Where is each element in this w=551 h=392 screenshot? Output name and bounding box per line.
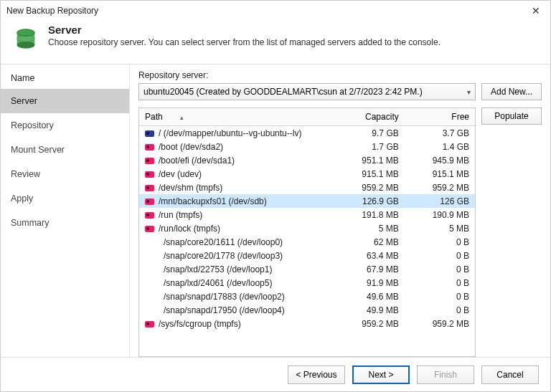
table-row[interactable]: /boot (/dev/sda2)1.7 GB1.4 GB bbox=[139, 140, 475, 153]
cell-path: /boot/efi (/dev/sda1) bbox=[139, 153, 334, 167]
table-row[interactable]: /mnt/backupxfs01 (/dev/sdb)126.9 GB126 G… bbox=[139, 194, 475, 208]
cell-path: /mnt/backupxfs01 (/dev/sdb) bbox=[139, 194, 334, 208]
cell-free: 190.9 MB bbox=[405, 208, 475, 221]
grid-header-row: Path▴ Capacity Free bbox=[139, 108, 475, 126]
cell-free: 0 B bbox=[405, 303, 475, 317]
next-button[interactable]: Next > bbox=[352, 365, 410, 384]
col-capacity[interactable]: Capacity bbox=[334, 108, 404, 126]
cell-capacity: 49.6 MB bbox=[334, 290, 404, 303]
window-title: New Backup Repository bbox=[6, 6, 527, 16]
table-row[interactable]: /dev (udev)915.1 MB915.1 MB bbox=[139, 167, 475, 181]
sidebar-item-mount-server[interactable]: Mount Server bbox=[1, 138, 129, 162]
cell-path: / (/dev/mapper/ubuntu--vg-ubuntu--lv) bbox=[139, 126, 334, 140]
page-title: Server bbox=[48, 24, 441, 36]
cell-free: 959.2 MB bbox=[405, 317, 475, 330]
cell-free: 0 B bbox=[405, 262, 475, 276]
cell-path: /dev/shm (tmpfs) bbox=[139, 181, 334, 194]
sidebar-item-server[interactable]: Server bbox=[1, 89, 129, 113]
cell-path: /run (tmpfs) bbox=[139, 208, 334, 221]
cell-free: 915.1 MB bbox=[405, 167, 475, 181]
wizard-steps-sidebar: Name ServerRepositoryMount ServerReviewA… bbox=[1, 64, 130, 357]
cell-free: 0 B bbox=[405, 235, 475, 249]
cell-path: /snap/snapd/17883 (/dev/loop2) bbox=[139, 290, 334, 303]
disk-icon bbox=[145, 171, 154, 178]
wizard-header-text: Server Choose repository server. You can… bbox=[48, 24, 441, 47]
cell-free: 0 B bbox=[405, 249, 475, 262]
wizard-footer: < Previous Next > Finish Cancel bbox=[1, 357, 550, 391]
disk-icon bbox=[145, 185, 154, 191]
cell-capacity: 191.8 MB bbox=[334, 208, 404, 221]
disk-icon bbox=[145, 130, 154, 137]
sidebar-heading: Name bbox=[1, 67, 129, 89]
cell-capacity: 126.9 GB bbox=[334, 194, 404, 208]
wizard-header: Server Choose repository server. You can… bbox=[1, 21, 550, 64]
repository-icon bbox=[12, 27, 39, 54]
disk-icon bbox=[145, 321, 154, 328]
table-row[interactable]: /sys/fs/cgroup (tmpfs)959.2 MB959.2 MB bbox=[139, 317, 475, 330]
cell-path: /run/lock (tmpfs) bbox=[139, 221, 334, 235]
cell-capacity: 67.9 MB bbox=[334, 262, 404, 276]
cell-capacity: 63.4 MB bbox=[334, 249, 404, 262]
repository-server-combo[interactable]: ubuntu20045 (Created by GOODDEALMART\csu… bbox=[138, 83, 476, 100]
sidebar-item-repository[interactable]: Repository bbox=[1, 113, 129, 138]
cancel-button[interactable]: Cancel bbox=[481, 365, 539, 384]
titlebar: New Backup Repository ✕ bbox=[1, 1, 550, 21]
table-row[interactable]: /snap/snapd/17950 (/dev/loop4)49.9 MB0 B bbox=[139, 303, 475, 317]
cell-capacity: 1.7 GB bbox=[334, 140, 404, 153]
cell-capacity: 959.2 MB bbox=[334, 317, 404, 330]
repository-server-value: ubuntu20045 (Created by GOODDEALMART\csu… bbox=[143, 87, 423, 97]
cell-path: /dev (udev) bbox=[139, 167, 334, 181]
cell-capacity: 49.9 MB bbox=[334, 303, 404, 317]
cell-capacity: 5 MB bbox=[334, 221, 404, 235]
cell-capacity: 9.7 GB bbox=[334, 126, 404, 140]
table-row[interactable]: /run (tmpfs)191.8 MB190.9 MB bbox=[139, 208, 475, 221]
disk-icon bbox=[145, 212, 154, 219]
close-icon[interactable]: ✕ bbox=[527, 5, 545, 16]
table-row[interactable]: /snap/lxd/22753 (/dev/loop1)67.9 MB0 B bbox=[139, 262, 475, 276]
add-new-button[interactable]: Add New... bbox=[481, 83, 542, 100]
sort-asc-icon: ▴ bbox=[180, 114, 184, 121]
cell-path: /snap/lxd/24061 (/dev/loop5) bbox=[139, 276, 334, 290]
cell-free: 126 GB bbox=[405, 194, 475, 208]
sidebar-item-review[interactable]: Review bbox=[1, 162, 129, 186]
cell-free: 3.7 GB bbox=[405, 126, 475, 140]
sidebar-item-apply[interactable]: Apply bbox=[1, 186, 129, 211]
cell-path: /snap/core20/1611 (/dev/loop0) bbox=[139, 235, 334, 249]
cell-capacity: 91.9 MB bbox=[334, 276, 404, 290]
cell-path: /snap/snapd/17950 (/dev/loop4) bbox=[139, 303, 334, 317]
disk-icon bbox=[145, 144, 154, 150]
sidebar-item-summary[interactable]: Summary bbox=[1, 211, 129, 235]
disk-icon bbox=[145, 158, 154, 164]
previous-button[interactable]: < Previous bbox=[288, 365, 345, 384]
table-row[interactable]: /snap/lxd/24061 (/dev/loop5)91.9 MB0 B bbox=[139, 276, 475, 290]
table-row[interactable]: /snap/snapd/17883 (/dev/loop2)49.6 MB0 B bbox=[139, 290, 475, 303]
cell-path: /boot (/dev/sda2) bbox=[139, 140, 334, 153]
svg-point-3 bbox=[17, 42, 35, 49]
page-subtitle: Choose repository server. You can select… bbox=[48, 37, 441, 47]
cell-free: 945.9 MB bbox=[405, 153, 475, 167]
table-row[interactable]: /run/lock (tmpfs)5 MB5 MB bbox=[139, 221, 475, 235]
cell-path: /snap/core20/1778 (/dev/loop3) bbox=[139, 249, 334, 262]
cell-path: /snap/lxd/22753 (/dev/loop1) bbox=[139, 262, 334, 276]
table-row[interactable]: /boot/efi (/dev/sda1)951.1 MB945.9 MB bbox=[139, 153, 475, 167]
table-row[interactable]: / (/dev/mapper/ubuntu--vg-ubuntu--lv)9.7… bbox=[139, 126, 475, 140]
chevron-down-icon: ▾ bbox=[467, 88, 471, 96]
dialog-new-backup-repository: New Backup Repository ✕ Server Choose re… bbox=[0, 0, 551, 392]
cell-free: 0 B bbox=[405, 290, 475, 303]
wizard-body: Name ServerRepositoryMount ServerReviewA… bbox=[1, 64, 550, 357]
col-free[interactable]: Free bbox=[405, 108, 475, 126]
table-row[interactable]: /dev/shm (tmpfs)959.2 MB959.2 MB bbox=[139, 181, 475, 194]
repository-server-label: Repository server: bbox=[138, 70, 208, 80]
cell-capacity: 959.2 MB bbox=[334, 181, 404, 194]
cell-free: 1.4 GB bbox=[405, 140, 475, 153]
table-row[interactable]: /snap/core20/1778 (/dev/loop3)63.4 MB0 B bbox=[139, 249, 475, 262]
disk-icon bbox=[145, 199, 154, 205]
table-row[interactable]: /snap/core20/1611 (/dev/loop0)62 MB0 B bbox=[139, 235, 475, 249]
cell-free: 959.2 MB bbox=[405, 181, 475, 194]
cell-capacity: 951.1 MB bbox=[334, 153, 404, 167]
col-path[interactable]: Path▴ bbox=[139, 108, 334, 126]
cell-free: 5 MB bbox=[405, 221, 475, 235]
cell-capacity: 915.1 MB bbox=[334, 167, 404, 181]
populate-button[interactable]: Populate bbox=[481, 107, 542, 125]
paths-grid[interactable]: Path▴ Capacity Free / (/dev/mapper/ubunt… bbox=[138, 107, 476, 357]
